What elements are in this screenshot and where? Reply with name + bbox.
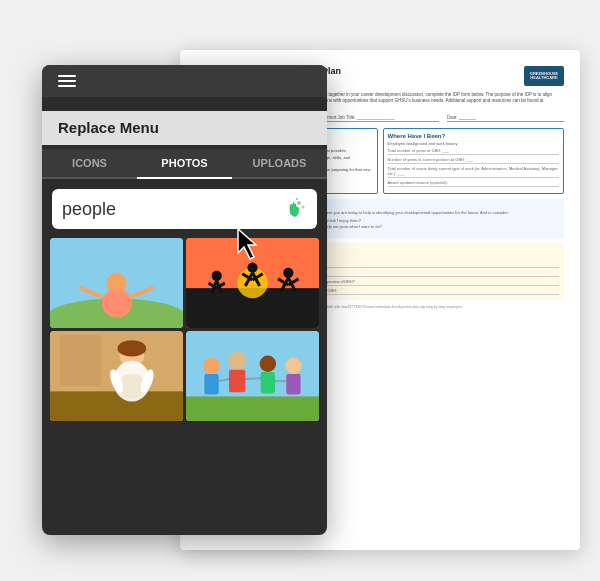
doc-logo: GREENHOUSEHEALTHCARE xyxy=(524,66,564,86)
hamburger-line-3 xyxy=(58,85,76,87)
svg-point-42 xyxy=(260,356,276,372)
photo-cell-3[interactable] xyxy=(50,331,183,421)
svg-rect-37 xyxy=(186,396,319,421)
hamburger-icon[interactable] xyxy=(58,75,76,87)
svg-line-47 xyxy=(245,378,261,379)
svg-point-0 xyxy=(297,201,301,205)
svg-rect-45 xyxy=(286,374,300,394)
svg-point-17 xyxy=(247,263,257,273)
panel-tabs: ICONS PHOTOS UPLOADS xyxy=(42,149,327,179)
svg-point-40 xyxy=(228,351,246,369)
replace-menu-bar: Replace Menu xyxy=(42,111,327,145)
search-input-wrapper[interactable]: people xyxy=(52,189,317,229)
search-value: people xyxy=(62,199,116,220)
search-bar: people xyxy=(42,179,327,235)
sparkle-hand-icon xyxy=(279,195,307,223)
photo-cell-1[interactable] xyxy=(50,238,183,328)
svg-point-6 xyxy=(101,291,132,316)
svg-rect-39 xyxy=(204,374,218,394)
tab-icons[interactable]: ICONS xyxy=(42,149,137,179)
search-icon-area xyxy=(279,195,307,223)
svg-point-1 xyxy=(302,206,305,209)
svg-point-22 xyxy=(283,268,293,278)
photo-grid xyxy=(42,235,327,424)
svg-point-12 xyxy=(212,271,222,281)
svg-point-5 xyxy=(106,273,126,293)
tab-photos[interactable]: PHOTOS xyxy=(137,149,232,179)
svg-point-38 xyxy=(203,358,219,374)
svg-rect-29 xyxy=(60,335,101,386)
tab-uploads[interactable]: UPLOADS xyxy=(232,149,327,179)
svg-point-31 xyxy=(118,340,147,356)
hamburger-line-2 xyxy=(58,80,76,82)
main-panel: Replace Menu ICONS PHOTOS UPLOADS people xyxy=(42,65,327,535)
photo-cell-4[interactable] xyxy=(186,331,319,421)
svg-point-44 xyxy=(285,358,301,374)
panel-header xyxy=(42,65,327,97)
photo-cell-2[interactable] xyxy=(186,238,319,328)
svg-rect-43 xyxy=(261,372,275,393)
svg-rect-41 xyxy=(229,370,245,393)
svg-point-2 xyxy=(296,198,298,200)
svg-rect-28 xyxy=(50,391,183,421)
replace-menu-label: Replace Menu xyxy=(58,119,159,136)
hamburger-line-1 xyxy=(58,75,76,77)
where-been-box: Where Have I Been? Employee background a… xyxy=(383,128,565,195)
